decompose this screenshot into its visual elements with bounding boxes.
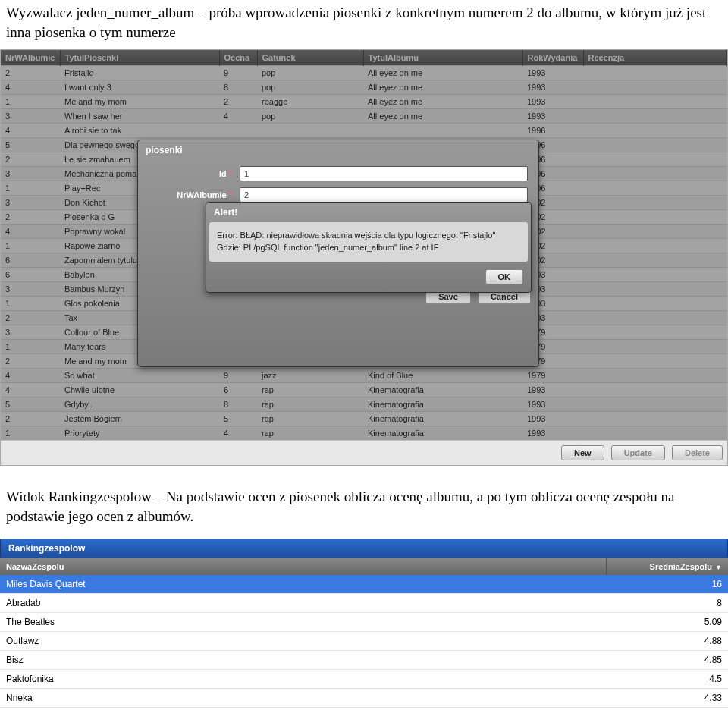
id-input[interactable] [240, 166, 528, 181]
heading-2: Widok Rankingzespolow – Na podstawie oce… [0, 484, 728, 533]
ranking-name: Nneka [0, 689, 607, 707]
ranking-row[interactable]: Bisz4.85 [0, 651, 728, 670]
form-label-id: Id * [149, 169, 240, 178]
ranking-row[interactable]: The Clash2.14 [0, 708, 728, 713]
alert-body: Error: BŁĄD: nieprawidłowa składnia wejś… [209, 222, 528, 262]
ranking-section: Rankingzespolow NazwaZespolu SredniaZesp… [0, 539, 728, 713]
ranking-score: 8 [607, 594, 728, 612]
modal-alert: Alert! Error: BŁĄD: nieprawidłowa składn… [206, 202, 532, 293]
heading-1: Wyzwalacz jeden_numer_album – próba wpro… [0, 0, 728, 49]
ranking-name: Paktofonika [0, 670, 607, 688]
ranking-col-score[interactable]: SredniaZespolu▼ [607, 558, 728, 575]
songs-table-area: NrWAlbumieTytulPiosenkiOcenaGatunekTytul… [0, 49, 728, 466]
action-bar: New Update Delete [1, 440, 727, 465]
new-button[interactable]: New [561, 445, 604, 460]
ranking-score: 5.09 [607, 613, 728, 631]
ranking-name: Miles Davis Quartet [0, 575, 607, 593]
ranking-score: 4.33 [607, 689, 728, 707]
ranking-row[interactable]: Paktofonika4.5 [0, 670, 728, 689]
ranking-name: The Clash [0, 708, 607, 713]
ok-button[interactable]: OK [485, 269, 524, 284]
ranking-name: Abradab [0, 594, 607, 612]
ranking-row[interactable]: Outlawz4.88 [0, 632, 728, 651]
ranking-row[interactable]: The Beatles5.09 [0, 613, 728, 632]
ranking-score: 2.14 [607, 708, 728, 713]
ranking-name: Outlawz [0, 632, 607, 650]
sort-desc-icon: ▼ [715, 564, 722, 571]
ranking-score: 16 [607, 575, 728, 593]
ranking-row[interactable]: Abradab8 [0, 594, 728, 613]
ranking-score: 4.85 [607, 651, 728, 669]
ranking-score: 4.88 [607, 632, 728, 650]
delete-button[interactable]: Delete [672, 445, 723, 460]
ranking-row[interactable]: Miles Davis Quartet16 [0, 575, 728, 594]
nrwalbumie-input[interactable] [240, 187, 528, 203]
ranking-header: Rankingzespolow [0, 539, 728, 558]
alert-title: Alert! [206, 203, 531, 222]
form-label-nr: NrWAlbumie * [149, 190, 240, 199]
ranking-row[interactable]: Nneka4.33 [0, 689, 728, 708]
ranking-name: Bisz [0, 651, 607, 669]
ranking-col-name[interactable]: NazwaZespolu [0, 558, 607, 575]
ranking-name: The Beatles [0, 613, 607, 631]
update-button[interactable]: Update [611, 445, 665, 460]
modal-title: piosenki [138, 140, 538, 160]
ranking-score: 4.5 [607, 670, 728, 688]
